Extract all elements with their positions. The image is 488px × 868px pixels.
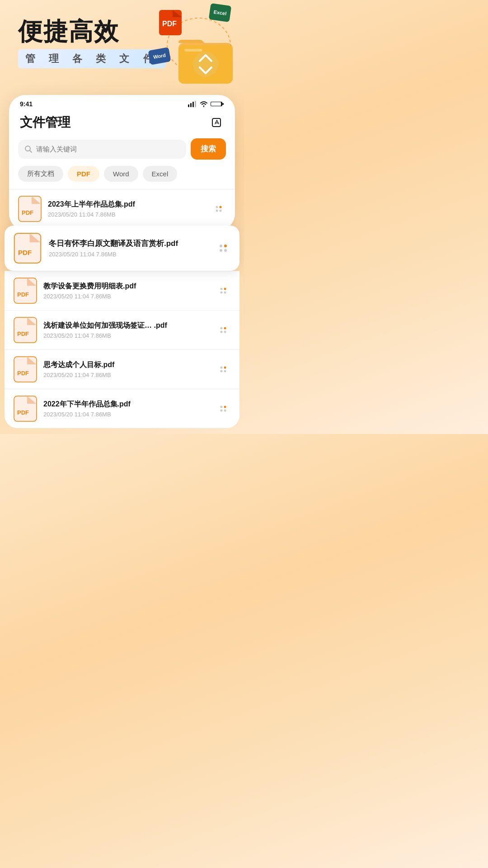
pdf-file-icon: PDF: [14, 317, 37, 343]
app-title: 文件管理: [20, 114, 70, 131]
svg-text:PDF: PDF: [18, 249, 32, 256]
svg-rect-12: [211, 102, 221, 106]
hero-section: 便捷高效 管 理 各 类 文 件 PDF Excel Word: [0, 0, 244, 90]
svg-point-20: [220, 210, 222, 212]
svg-point-29: [220, 249, 222, 252]
svg-point-49: [224, 367, 226, 369]
pdf-file-icon: PDF: [18, 196, 42, 222]
svg-rect-10: [195, 101, 196, 107]
svg-rect-30: [14, 278, 37, 303]
file-item[interactable]: PDF 浅析建设单位如何加强现场签证… .pdf 2023/05/20 11:0…: [5, 310, 239, 349]
file-more-button[interactable]: [216, 283, 230, 298]
more-icon: [213, 203, 224, 214]
svg-text:PDF: PDF: [17, 330, 29, 337]
edit-icon: [211, 117, 222, 128]
file-list-in-phone: PDF 2023年上半年作品总集.pdf 2023/05/20 11:04 7.…: [9, 189, 235, 230]
svg-point-34: [224, 292, 226, 294]
search-input-wrap[interactable]: [18, 140, 186, 159]
file-info: 2022年下半年作品总集.pdf 2023/05/20 11:04 7.86MB: [43, 400, 210, 418]
wifi-icon: [200, 101, 208, 107]
battery-icon: [211, 101, 224, 107]
app-header: 文件管理: [9, 109, 235, 136]
status-right: [188, 101, 224, 107]
svg-text:PDF: PDF: [17, 409, 29, 416]
file-meta: 2023/05/20 11:04 7.86MB: [43, 332, 210, 339]
file-info: 浅析建设单位如何加强现场签证… .pdf 2023/05/20 11:04 7.…: [43, 321, 210, 339]
tab-all-docs[interactable]: 所有文档: [18, 166, 63, 182]
file-name: 2023年上半年作品总集.pdf: [48, 200, 205, 209]
svg-point-50: [221, 370, 223, 373]
main-folder-icon: [176, 32, 235, 86]
file-info: 2023年上半年作品总集.pdf 2023/05/20 11:04 7.86MB: [48, 200, 205, 218]
svg-point-19: [216, 206, 218, 208]
svg-point-22: [216, 210, 218, 212]
svg-text:PDF: PDF: [17, 370, 29, 377]
highlighted-file-card[interactable]: PDF 冬日有怀李白原文翻译及语言赏析.pdf 2023/05/20 11:04…: [5, 226, 239, 271]
svg-text:PDF: PDF: [22, 209, 33, 216]
file-more-button[interactable]: [216, 362, 230, 377]
svg-point-27: [224, 249, 227, 252]
status-time: 9:41: [20, 100, 33, 108]
more-icon: [218, 403, 229, 414]
search-input[interactable]: [36, 145, 180, 153]
svg-point-35: [224, 288, 226, 290]
file-meta: 2023/05/20 11:04 7.86MB: [43, 293, 210, 300]
more-icon-highlighted: [217, 242, 230, 255]
search-bar: 搜索: [18, 138, 226, 160]
file-more-button[interactable]: [216, 401, 230, 416]
file-name: 思考达成个人目标.pdf: [43, 360, 210, 370]
svg-rect-7: [188, 104, 189, 107]
pdf-file-icon: PDF: [14, 396, 37, 422]
svg-rect-44: [14, 357, 37, 382]
file-name-highlighted: 冬日有怀李白原文翻译及语言赏析.pdf: [49, 239, 209, 249]
file-item[interactable]: PDF 教学设备更换费用明细表.pdf 2023/05/20 11:04 7.8…: [5, 271, 239, 310]
svg-point-48: [224, 370, 226, 373]
file-item[interactable]: PDF 思考达成个人目标.pdf 2023/05/20 11:04 7.86MB: [5, 349, 239, 389]
file-meta: 2023/05/20 11:04 7.86MB: [48, 211, 205, 218]
file-name: 2022年下半年作品总集.pdf: [43, 400, 210, 409]
svg-rect-16: [19, 196, 41, 222]
file-name: 浅析建设单位如何加强现场签证… .pdf: [43, 321, 210, 330]
svg-point-41: [224, 331, 226, 333]
svg-point-26: [220, 245, 222, 247]
signal-icon: [188, 101, 197, 107]
file-list-bottom: PDF 教学设备更换费用明细表.pdf 2023/05/20 11:04 7.8…: [5, 271, 239, 428]
file-name: 教学设备更换费用明细表.pdf: [43, 282, 210, 291]
status-bar: 9:41: [9, 95, 235, 109]
svg-text:PDF: PDF: [162, 20, 177, 28]
svg-rect-51: [14, 396, 37, 421]
pdf-file-icon-highlighted: PDF: [14, 233, 42, 264]
file-meta: 2023/05/20 11:04 7.86MB: [43, 411, 210, 418]
svg-point-42: [224, 327, 226, 330]
pdf-file-icon: PDF: [14, 356, 37, 382]
more-icon: [218, 364, 229, 375]
hero-subtitle: 管 理 各 类 文 件: [18, 49, 166, 68]
tab-pdf[interactable]: PDF: [68, 166, 99, 182]
svg-point-55: [224, 410, 226, 412]
tab-word[interactable]: Word: [104, 166, 138, 182]
svg-point-54: [221, 406, 223, 408]
svg-point-40: [221, 327, 223, 330]
svg-rect-23: [14, 233, 41, 263]
file-more-button-highlighted[interactable]: [216, 241, 230, 255]
file-item[interactable]: PDF 2022年下半年作品总集.pdf 2023/05/20 11:04 7.…: [5, 389, 239, 428]
svg-point-43: [221, 331, 223, 333]
edit-button[interactable]: [209, 115, 224, 130]
excel-float-icon: Excel: [209, 3, 232, 22]
file-info-highlighted: 冬日有怀李白原文翻译及语言赏析.pdf 2023/05/20 11:04 7.8…: [49, 239, 209, 257]
svg-text:PDF: PDF: [17, 291, 29, 298]
svg-rect-9: [192, 102, 194, 107]
search-icon: [24, 145, 33, 153]
file-more-button[interactable]: [211, 202, 226, 216]
tab-excel[interactable]: Excel: [143, 166, 178, 182]
search-button[interactable]: 搜索: [191, 138, 226, 160]
svg-point-28: [224, 245, 227, 247]
svg-point-15: [25, 146, 30, 151]
svg-rect-6: [184, 49, 202, 52]
svg-point-36: [221, 292, 223, 294]
svg-point-21: [220, 206, 222, 208]
file-more-button[interactable]: [216, 323, 230, 337]
file-item[interactable]: PDF 2023年上半年作品总集.pdf 2023/05/20 11:04 7.…: [9, 189, 235, 228]
highlighted-card-wrapper: PDF 冬日有怀李白原文翻译及语言赏析.pdf 2023/05/20 11:04…: [5, 226, 239, 271]
phone-mockup: 9:41 文件管理: [9, 95, 235, 230]
